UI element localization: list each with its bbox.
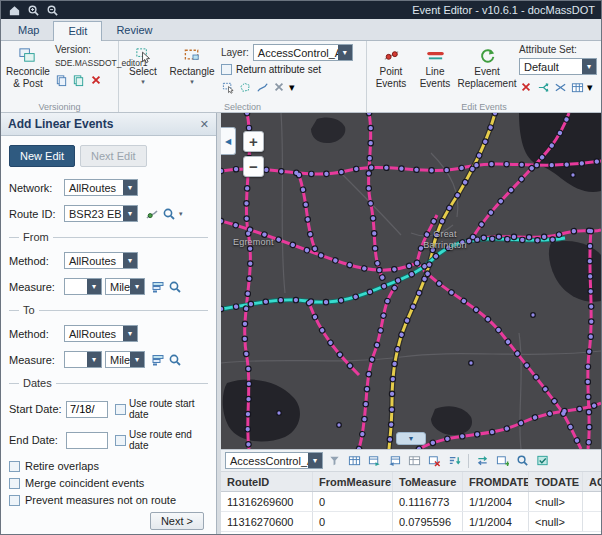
ribbon: Reconcile & Post Version: SDE.MASSDOT_ed… <box>1 41 601 113</box>
select-tool-button[interactable]: Select ▾ <box>123 44 163 87</box>
select-dropdown-icon[interactable]: ▾ <box>141 79 145 85</box>
collapse-left-icon: ◀ <box>225 137 231 146</box>
collapse-panel-button[interactable]: ◀ <box>221 127 236 155</box>
map-zoom-out-button[interactable]: − <box>243 156 264 177</box>
table-row[interactable]: 11316269600 0 0.1116773 1/1/2004 <null> <box>221 492 601 512</box>
to-measure-combobox[interactable]: ▾ <box>64 351 102 368</box>
edit-events-more-icon[interactable]: ▾ <box>587 81 593 94</box>
route-zoom-icon[interactable] <box>162 207 176 221</box>
zoom-in-icon[interactable] <box>26 3 40 17</box>
filter-icon[interactable] <box>326 453 343 469</box>
selection-more-icon[interactable]: ▾ <box>289 81 295 94</box>
map-label-egremont: Egremont <box>233 237 274 247</box>
zoom-to-selected-icon[interactable] <box>514 453 531 469</box>
delete-event-icon[interactable] <box>519 80 533 94</box>
route-id-combobox[interactable]: BSR23 EB ▾ <box>64 205 138 222</box>
map-and-table: Egremont Great Barrington ◀ + − ▼ <box>221 113 601 535</box>
table-header-row: RouteID FromMeasure ToMeasure FROMDATE T… <box>221 472 601 492</box>
rectangle-select-icon <box>183 46 202 65</box>
dropdown-arrow-icon: ▾ <box>123 326 137 341</box>
table-layer-combobox[interactable]: AccessControl_A ▾ <box>225 452 323 469</box>
selected-records-icon[interactable] <box>534 453 551 469</box>
pick-to-measure-icon[interactable] <box>151 353 165 367</box>
map-viewport[interactable]: Egremont Great Barrington ◀ + − ▼ <box>221 113 601 449</box>
to-method-combobox[interactable]: AllRoutes ▾ <box>64 325 138 342</box>
event-replacement-button[interactable]: Event Replacement <box>459 44 515 91</box>
home-icon[interactable] <box>7 3 21 17</box>
select-route-on-map-icon[interactable] <box>145 207 159 221</box>
refresh-version-icon[interactable] <box>55 73 69 87</box>
tab-review[interactable]: Review <box>102 21 166 40</box>
rectangle-tool-button[interactable]: Rectangle ▾ <box>167 44 217 87</box>
close-panel-icon[interactable]: ✕ <box>200 118 209 131</box>
table-import-icon[interactable] <box>386 453 403 469</box>
next-edit-button[interactable]: Next Edit <box>80 145 147 167</box>
prevent-measures-checkbox[interactable] <box>9 495 20 506</box>
select-by-rectangle-icon[interactable] <box>221 80 235 94</box>
from-measure-combobox[interactable]: ▾ <box>64 278 102 295</box>
merge-events-icon[interactable] <box>553 80 567 94</box>
switch-selection-icon[interactable] <box>474 453 491 469</box>
next-button[interactable]: Next > <box>150 512 204 530</box>
change-version-icon[interactable] <box>72 73 86 87</box>
layer-combobox[interactable]: AccessControl_A ▾ <box>253 44 353 61</box>
sort-icon[interactable] <box>446 453 463 469</box>
from-method-combobox[interactable]: AllRoutes ▾ <box>64 252 138 269</box>
attribute-table-panel: AccessControl_A ▾ <box>221 449 601 535</box>
collapse-table-button[interactable]: ▼ <box>396 432 426 445</box>
line-events-button[interactable]: Line Events <box>415 44 455 91</box>
reconcile-post-button[interactable]: Reconcile & Post <box>5 44 51 91</box>
to-measure-zoom-icon[interactable] <box>168 353 182 367</box>
merge-coincident-checkbox[interactable] <box>9 478 20 489</box>
split-event-icon[interactable] <box>536 80 550 94</box>
retire-overlaps-checkbox[interactable] <box>9 461 20 472</box>
from-section-divider: From <box>9 231 208 243</box>
select-by-line-icon[interactable] <box>255 80 269 94</box>
route-zoom-dropdown-icon[interactable]: ▾ <box>179 210 183 218</box>
column-header[interactable]: ToMeasure <box>393 472 463 491</box>
column-header[interactable]: AC <box>583 472 601 491</box>
zoom-out-icon[interactable] <box>45 3 59 17</box>
tab-map[interactable]: Map <box>4 21 53 40</box>
start-date-input[interactable] <box>66 401 108 418</box>
column-header[interactable]: FromMeasure <box>313 472 393 491</box>
table-refresh-icon[interactable] <box>406 453 423 469</box>
to-unit-combobox[interactable]: Miles ▾ <box>105 351 145 368</box>
select-cursor-icon <box>134 46 153 65</box>
use-route-end-checkbox[interactable] <box>115 435 126 446</box>
column-header[interactable]: TODATE <box>529 472 583 491</box>
map-zoom-in-button[interactable]: + <box>243 131 264 152</box>
delete-version-icon[interactable] <box>89 73 103 87</box>
end-date-input[interactable] <box>66 432 108 449</box>
from-measure-label: Measure: <box>9 281 61 293</box>
table-export-icon[interactable] <box>366 453 383 469</box>
dropdown-arrow-icon: ▾ <box>123 180 137 195</box>
column-header[interactable]: RouteID <box>221 472 313 491</box>
attribute-table-icon[interactable] <box>346 453 363 469</box>
add-record-icon[interactable] <box>494 453 511 469</box>
network-label: Network: <box>9 182 61 194</box>
point-events-button[interactable]: Point Events <box>371 44 411 91</box>
network-combobox[interactable]: AllRoutes ▾ <box>64 179 138 196</box>
from-measure-zoom-icon[interactable] <box>168 280 182 294</box>
group-versioning: Reconcile & Post Version: SDE.MASSDOT_ed… <box>1 41 119 112</box>
dropdown-arrow-icon: ▾ <box>123 253 137 268</box>
main-area: Add Linear Events ✕ New Edit Next Edit N… <box>1 113 601 535</box>
new-edit-button[interactable]: New Edit <box>9 145 75 167</box>
attribute-set-combobox[interactable]: Default ▾ <box>519 58 597 75</box>
tab-edit[interactable]: Edit <box>53 21 102 41</box>
table-delete-icon[interactable] <box>426 453 443 469</box>
return-attribute-set-checkbox[interactable] <box>221 64 232 75</box>
rectangle-dropdown-icon[interactable]: ▾ <box>190 79 194 85</box>
event-editor-window: Event Editor - v10.6.1 - docMassDOT Map … <box>0 0 602 535</box>
event-attributes-icon[interactable] <box>570 80 584 94</box>
pick-from-measure-icon[interactable] <box>151 280 165 294</box>
clear-selection-icon[interactable] <box>272 80 286 94</box>
select-by-polygon-icon[interactable] <box>238 80 252 94</box>
column-header[interactable]: FROMDATE <box>463 472 529 491</box>
panel-header: Add Linear Events ✕ <box>1 113 216 136</box>
event-replacement-icon <box>478 46 497 65</box>
use-route-start-checkbox[interactable] <box>115 404 126 415</box>
from-unit-combobox[interactable]: Miles ▾ <box>105 278 145 295</box>
table-row[interactable]: 11316270600 0 0.0795596 1/1/2004 <null> <box>221 512 601 532</box>
